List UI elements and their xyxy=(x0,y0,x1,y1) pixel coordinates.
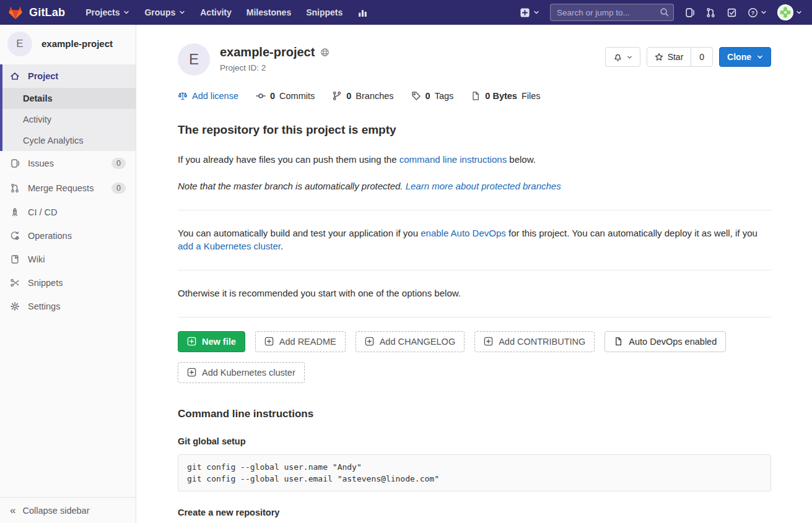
issues-icon xyxy=(10,158,20,168)
add-contributing-button[interactable]: Add CONTRIBUTING xyxy=(474,331,595,352)
clone-button[interactable]: Clone xyxy=(719,47,771,67)
sidebar-item-details[interactable]: Details xyxy=(2,88,136,109)
create-repository-heading: Create a new repository xyxy=(178,508,771,517)
add-readme-label: Add README xyxy=(279,337,336,347)
collapse-sidebar-button[interactable]: « Collapse sidebar xyxy=(0,497,136,523)
bell-icon xyxy=(613,53,622,62)
sidebar-item-activity[interactable]: Activity xyxy=(2,109,136,130)
add-changelog-label: Add CHANGELOG xyxy=(380,337,456,347)
sidebar-item-project[interactable]: Project xyxy=(2,64,136,88)
sidebar-item-label: Issues xyxy=(28,158,54,168)
todo-done-icon xyxy=(727,7,737,18)
operations-icon xyxy=(10,231,20,241)
navbar-issues[interactable] xyxy=(684,7,695,18)
collapse-chevrons-icon: « xyxy=(10,505,15,516)
paragraph-text: Note that the master branch is automatic… xyxy=(178,181,406,191)
add-readme-button[interactable]: Add README xyxy=(255,331,346,352)
merge-request-icon xyxy=(10,183,20,193)
plus-square-icon xyxy=(484,337,493,346)
nav-projects[interactable]: Projects xyxy=(79,3,136,22)
push-instructions-paragraph: If you already have files you can push t… xyxy=(178,153,771,166)
merge-request-icon xyxy=(705,7,716,18)
home-icon xyxy=(10,71,20,81)
sidebar-item-label: CI / CD xyxy=(28,207,58,217)
tags-stat[interactable]: 0 Tags xyxy=(411,91,454,101)
main-content: E example-project Project ID: 2 Star 0 xyxy=(136,25,812,523)
global-search xyxy=(550,4,674,21)
add-license-label: Add license xyxy=(192,91,238,101)
project-actions: Star 0 Clone xyxy=(605,47,771,67)
auto-devops-enabled-button[interactable]: Auto DevOps enabled xyxy=(605,331,726,352)
add-license-link[interactable]: Add license xyxy=(178,91,238,101)
sidebar-item-label: Wiki xyxy=(28,254,45,264)
public-visibility-icon xyxy=(320,48,330,57)
branches-label: Branches xyxy=(356,91,393,101)
plus-icon xyxy=(520,7,530,18)
star-button[interactable]: Star xyxy=(647,48,692,66)
paragraph-text: for this project. You can automatically … xyxy=(506,228,757,238)
scissors-icon xyxy=(10,278,20,288)
sidebar-section-project: Project Details Activity Cycle Analytics xyxy=(0,64,136,151)
plus-square-icon xyxy=(187,337,196,346)
new-file-label: New file xyxy=(202,337,236,347)
collapse-sidebar-label: Collapse sidebar xyxy=(22,506,89,516)
nav-activity[interactable]: Activity xyxy=(193,3,238,22)
navbar-help[interactable]: ? xyxy=(748,7,767,18)
code-line: git config --global user.name "Andy" xyxy=(187,461,762,473)
bar-chart-icon xyxy=(357,7,368,18)
divider xyxy=(178,270,771,270)
nav-analytics[interactable] xyxy=(351,3,375,22)
auto-devops-enabled-label: Auto DevOps enabled xyxy=(629,337,717,347)
branches-stat[interactable]: 0 Branches xyxy=(332,91,393,101)
otherwise-paragraph: Otherwise it is recommended you start wi… xyxy=(178,287,771,300)
quick-action-buttons-row2: Add Kubernetes cluster xyxy=(178,362,771,383)
add-contributing-label: Add CONTRIBUTING xyxy=(499,337,585,347)
add-kubernetes-cluster-link[interactable]: add a Kubernetes cluster xyxy=(178,241,281,251)
navbar-todos[interactable] xyxy=(727,7,737,18)
sidebar-item-snippets[interactable]: Snippets xyxy=(0,271,136,295)
nav-milestones[interactable]: Milestones xyxy=(240,3,298,22)
sidebar-item-operations[interactable]: Operations xyxy=(0,224,136,248)
sidebar-item-merge-requests[interactable]: Merge Requests 0 xyxy=(0,176,136,201)
gitlab-logo[interactable]: GitLab xyxy=(7,4,65,20)
search-input[interactable] xyxy=(550,4,674,21)
nav-groups[interactable]: Groups xyxy=(138,3,192,22)
branch-icon xyxy=(332,91,342,101)
navbar-merge-requests[interactable] xyxy=(705,7,716,18)
sidebar-item-settings[interactable]: Settings xyxy=(0,295,136,318)
notifications-dropdown-button[interactable] xyxy=(605,47,640,67)
page-title: example-project xyxy=(220,45,315,59)
navbar-user-menu[interactable] xyxy=(777,4,802,20)
new-dropdown[interactable] xyxy=(520,7,539,18)
chevron-down-icon xyxy=(796,9,802,15)
commits-stat[interactable]: 0 Commits xyxy=(256,91,315,101)
sidebar-item-issues[interactable]: Issues 0 xyxy=(0,151,136,176)
project-id: Project ID: 2 xyxy=(220,63,330,72)
sidebar-item-wiki[interactable]: Wiki xyxy=(0,248,136,271)
logo-wordmark: GitLab xyxy=(29,6,65,19)
user-avatar xyxy=(777,4,793,20)
files-stat[interactable]: 0 Bytes Files xyxy=(471,91,540,101)
help-icon: ? xyxy=(748,7,758,18)
plus-square-icon xyxy=(365,337,374,346)
sidebar-item-cycle-analytics[interactable]: Cycle Analytics xyxy=(2,130,136,151)
new-file-button[interactable]: New file xyxy=(178,331,245,352)
sidebar-item-label: Merge Requests xyxy=(28,183,94,193)
git-global-setup-heading: Git global setup xyxy=(178,436,771,446)
add-changelog-button[interactable]: Add CHANGELOG xyxy=(356,331,465,352)
search-icon xyxy=(660,7,669,17)
nav-snippets[interactable]: Snippets xyxy=(299,3,349,22)
enable-auto-devops-link[interactable]: enable Auto DevOps xyxy=(421,228,506,238)
protected-branches-link[interactable]: Learn more about protected branches xyxy=(406,181,561,191)
chevron-down-icon xyxy=(627,54,632,60)
chevron-down-icon xyxy=(761,9,767,15)
star-count[interactable]: 0 xyxy=(691,48,712,66)
issues-icon xyxy=(684,7,695,18)
tags-label: Tags xyxy=(435,91,454,101)
sidebar-item-ci-cd[interactable]: CI / CD xyxy=(0,201,136,224)
sidebar-context-header[interactable]: E example-project xyxy=(0,25,136,63)
add-kubernetes-cluster-button[interactable]: Add Kubernetes cluster xyxy=(178,362,305,383)
command-line-instructions-link[interactable]: command line instructions xyxy=(399,154,507,165)
commits-value: 0 xyxy=(270,91,275,101)
protected-branch-note: Note that the master branch is automatic… xyxy=(178,179,771,193)
